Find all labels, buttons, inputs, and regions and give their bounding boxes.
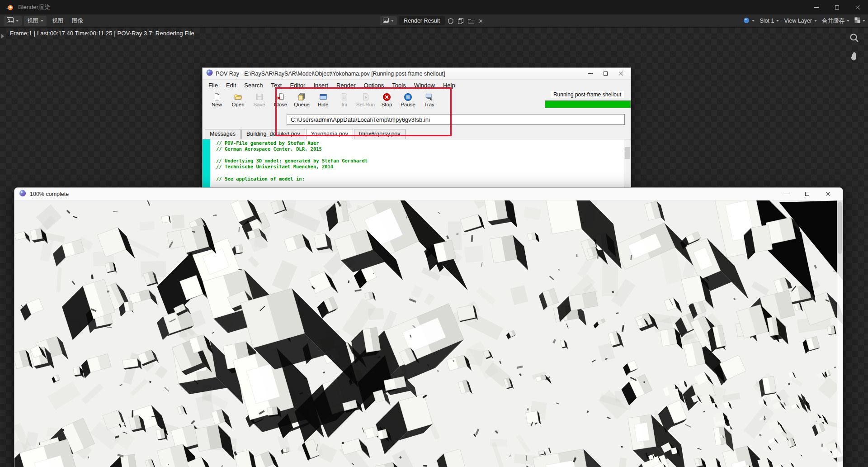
render-stats-text: Frame:1 | Last:00:17.40 Time:00:11.25 | … — [10, 30, 194, 37]
code-line: // Technische Universitaet Muenchen, 201… — [216, 164, 623, 170]
povray-toolbar-queue-button[interactable]: Queue — [291, 91, 312, 107]
povray-close-button[interactable] — [614, 69, 627, 79]
region-expand-arrow-icon[interactable] — [1, 34, 4, 38]
sel-run-icon — [361, 92, 370, 101]
image-icon — [383, 18, 389, 24]
povray-toolbar: NewOpenSaveCloseQueueHideIniSel-RunStopP… — [203, 91, 631, 111]
chevron-down-icon — [752, 20, 755, 22]
povray-menu-window[interactable]: Window — [410, 81, 439, 90]
slot-dropdown[interactable]: Slot 1 — [760, 18, 779, 24]
open-image-folder-icon[interactable] — [467, 18, 476, 24]
povray-menu-help[interactable]: Help — [439, 81, 459, 90]
povray-toolbar-new-button[interactable]: New — [206, 91, 227, 107]
image-editor-icon — [7, 17, 14, 24]
povray-menubar: FileEditSearchTextEditorInsertRenderOpti… — [203, 80, 631, 91]
povray-path-row: C:\Users\admin\AppData\Local\Temp\tmpy6g… — [203, 111, 631, 128]
povray-titlebar[interactable]: POV-Ray - E:\RaySAR\RaySAR\Model\Object\… — [203, 68, 631, 80]
povray-toolbar-close-button[interactable]: Close — [270, 91, 291, 107]
blender-close-button[interactable] — [847, 0, 868, 14]
povray-toolbar-hide-button[interactable]: Hide — [312, 91, 334, 107]
close-icon — [826, 191, 830, 196]
zoom-gizmo-button[interactable] — [849, 32, 860, 44]
render-result-window: 100% complete — [14, 187, 843, 467]
povray-tab-messages[interactable]: Messages — [205, 129, 241, 139]
browse-image-dropdown[interactable] — [380, 16, 397, 25]
render-close-button[interactable] — [817, 188, 838, 200]
blender-maximize-button[interactable] — [826, 0, 847, 14]
povray-tab-tmpx6rqorsy-pov[interactable]: tmpx6rqorsy.pov — [354, 129, 405, 139]
maximize-icon — [604, 71, 608, 76]
unlink-image-icon[interactable] — [477, 19, 484, 23]
povray-menu-text[interactable]: Text — [267, 81, 286, 90]
menu-image[interactable]: 图像 — [69, 16, 86, 26]
chevron-down-icon — [41, 20, 43, 22]
mode-dropdown-label: 视图 — [27, 17, 38, 25]
toolbar-button-label: Hide — [318, 102, 329, 107]
blender-minimize-button[interactable] — [806, 0, 826, 14]
povray-toolbar-tray-button[interactable]: Tray — [419, 91, 440, 107]
povray-app-icon — [206, 69, 213, 78]
view-sphere-dropdown[interactable] — [743, 17, 755, 25]
render-scrollbar-thumb[interactable] — [838, 202, 842, 254]
toolbar-button-label: Stop — [382, 102, 392, 107]
display-channels-dropdown[interactable] — [854, 17, 865, 24]
povray-menu-file[interactable]: File — [204, 81, 222, 90]
editor-type-dropdown[interactable] — [4, 16, 22, 26]
povray-toolbar-pause-button[interactable]: Pause — [397, 91, 419, 107]
pan-gizmo-button[interactable] — [849, 50, 860, 62]
render-window-titlebar[interactable]: 100% complete — [14, 188, 843, 200]
povray-minimize-button[interactable] — [584, 69, 596, 79]
toolbar-button-label: Ini — [341, 102, 347, 107]
minimize-icon — [784, 194, 789, 195]
povray-window: POV-Ray - E:\RaySAR\RaySAR\Model\Object\… — [202, 67, 631, 200]
toolbar-button-label: Save — [253, 102, 265, 107]
minimize-icon — [588, 73, 593, 74]
povray-menu-render[interactable]: Render — [332, 81, 360, 90]
povray-menu-options[interactable]: Options — [360, 81, 388, 90]
povray-tab-building-detailed-pov[interactable]: Building_detailed.pov — [241, 129, 305, 139]
povray-menu-tools[interactable]: Tools — [388, 81, 410, 90]
view-layer-dropdown[interactable]: View Layer — [784, 18, 817, 24]
fake-user-shield-icon[interactable] — [447, 18, 455, 24]
city-render-svg — [14, 200, 843, 467]
view-layer-label: View Layer — [784, 18, 812, 24]
render-minimize-button[interactable] — [776, 188, 797, 200]
render-progress-bar — [545, 100, 631, 108]
new-image-icon[interactable] — [457, 18, 465, 24]
close-icon — [855, 5, 860, 10]
maximize-icon — [805, 192, 809, 196]
chevron-down-icon — [776, 20, 779, 22]
toolbar-button-label: Queue — [294, 102, 310, 107]
code-line — [216, 152, 623, 158]
povray-menu-edit[interactable]: Edit — [222, 81, 240, 90]
povray-menu-editor[interactable]: Editor — [286, 81, 309, 90]
povray-toolbar-stop-button[interactable]: Stop — [376, 91, 397, 107]
render-scrollbar[interactable] — [837, 200, 843, 467]
menu-view[interactable]: 视图 — [49, 16, 66, 26]
code-line — [216, 170, 623, 176]
x-icon — [479, 19, 483, 23]
blender-header: 视图 视图 图像 Render Result — [0, 14, 868, 28]
ini-path-field[interactable]: C:\Users\admin\AppData\Local\Temp\tmpy6g… — [287, 114, 625, 125]
render-maximize-button[interactable] — [797, 188, 817, 200]
hide-icon — [319, 92, 328, 101]
toolbar-button-label: Open — [231, 102, 244, 107]
ini-icon — [340, 92, 349, 101]
render-pass-dropdown[interactable]: 合并缓存 — [822, 17, 849, 25]
povray-tab-yokohama-pov[interactable]: Yokohama.pov — [306, 129, 353, 139]
close-icon — [618, 71, 623, 76]
render-window-title: 100% complete — [30, 191, 69, 197]
povray-tabs: MessagesBuilding_detailed.povYokohama.po… — [203, 128, 631, 139]
screen: Blender渲染 视图 视图 图像 — [0, 0, 868, 467]
mode-dropdown[interactable]: 视图 — [24, 16, 47, 26]
povray-toolbar-open-button[interactable]: Open — [227, 91, 249, 107]
code-line: // See application of model in: — [216, 176, 623, 182]
code-line: // Underlying 3D model: generated by Ste… — [216, 158, 623, 164]
povray-maximize-button[interactable] — [599, 69, 612, 79]
scrollbar-thumb[interactable] — [625, 147, 630, 159]
povray-menu-search[interactable]: Search — [240, 81, 267, 90]
open-folder-icon — [234, 92, 243, 101]
chevron-down-icon — [391, 20, 394, 22]
image-name-field[interactable]: Render Result — [399, 16, 445, 25]
povray-menu-insert[interactable]: Insert — [309, 81, 332, 90]
